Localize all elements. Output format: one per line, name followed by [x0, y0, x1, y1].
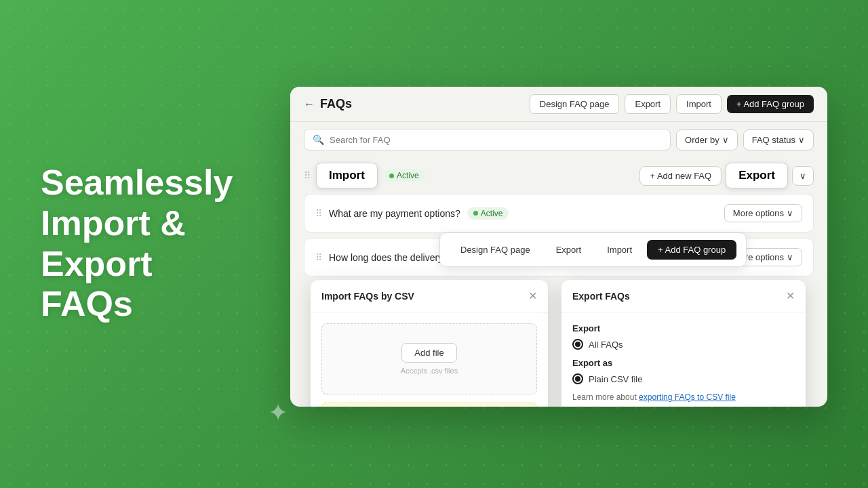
export-radio-icon	[572, 339, 583, 350]
export-as-radio-inner	[575, 376, 580, 382]
design-faq-page-button[interactable]: Design FAQ page	[530, 94, 620, 114]
export-header-button[interactable]: Export	[625, 94, 671, 114]
faq-item-left: ⠿ What are my payment options? Active	[315, 207, 509, 220]
back-button[interactable]: ←	[304, 98, 315, 110]
floating-import-button[interactable]: Import	[596, 240, 643, 260]
file-drop-area[interactable]: Add file Accepts .csv files	[321, 323, 537, 394]
export-all-faqs-option[interactable]: All FAQs	[572, 339, 795, 350]
hero-line1: Seamlessly	[41, 163, 233, 202]
exporting-faqs-link[interactable]: exporting FAQs to CSV file	[639, 392, 736, 402]
export-large-button[interactable]: Export	[726, 163, 788, 188]
export-modal-body: Export All FAQs Export as Plain CSV file…	[561, 312, 806, 407]
drag-handle-icon: ⠿	[304, 170, 311, 181]
add-file-button[interactable]: Add file	[401, 343, 456, 363]
export-all-faqs-label: All FAQs	[589, 340, 623, 350]
export-learn-text: Learn more about exporting FAQs to CSV f…	[572, 392, 795, 402]
star-decoration: ✦	[268, 399, 288, 427]
app-header: ← FAQs Design FAQ page Export Import + A…	[290, 87, 827, 122]
search-icon: 🔍	[313, 134, 324, 145]
radio-inner-icon	[575, 342, 580, 347]
app-window: ← FAQs Design FAQ page Export Import + A…	[290, 87, 827, 407]
add-faq-group-button[interactable]: + Add FAQ group	[727, 95, 814, 113]
export-modal-close-button[interactable]: ✕	[786, 289, 795, 302]
search-input-wrap: 🔍	[304, 129, 671, 150]
export-as-label-text: Plain CSV file	[589, 374, 642, 384]
group-chevron-button[interactable]: ∨	[792, 166, 814, 186]
import-modal-header: Import FAQs by CSV ✕	[311, 280, 548, 312]
header-right: Design FAQ page Export Import + Add FAQ …	[530, 94, 814, 114]
faq-question: What are my payment options?	[329, 208, 460, 219]
faq-drag-handle-icon: ⠿	[315, 208, 322, 219]
group-left: ⠿ Import Active	[304, 163, 425, 188]
floating-design-faq-button[interactable]: Design FAQ page	[450, 240, 541, 260]
import-modal: Import FAQs by CSV ✕ Add file Accepts .c…	[311, 280, 548, 407]
floating-export-button[interactable]: Export	[545, 240, 593, 260]
active-dot-icon	[389, 174, 394, 178]
faq-status-button[interactable]: FAQ status ∨	[743, 129, 814, 150]
import-modal-body: Add file Accepts .csv files ⚠ Please mak…	[311, 312, 548, 407]
faq-item-row: ⠿ What are my payment options? Active Mo…	[304, 194, 814, 232]
faq-active-dot-icon	[473, 211, 478, 216]
hero-line4: FAQs	[41, 285, 133, 324]
hero-line3: Export	[41, 244, 153, 283]
import-header-button[interactable]: Import	[676, 94, 722, 114]
import-large-button[interactable]: Import	[316, 163, 378, 188]
header-left: ← FAQs	[304, 97, 352, 111]
import-warning-box: ⚠ Please make sure that the FAQs you are…	[321, 403, 537, 407]
export-as-radio-icon	[572, 373, 583, 384]
import-modal-close-button[interactable]: ✕	[528, 289, 537, 302]
add-new-faq-button[interactable]: + Add new FAQ	[639, 166, 722, 186]
active-badge: Active	[383, 169, 425, 182]
hero-line2: Import &	[41, 203, 186, 243]
page-title: FAQs	[320, 97, 352, 111]
export-as-label: Export as	[572, 358, 795, 368]
search-area: 🔍 Order by ∨ FAQ status ∨	[290, 122, 827, 157]
add-faq-row: + Add new FAQ Export ∨	[639, 163, 814, 188]
export-section-label: Export	[572, 323, 795, 333]
faq-drag-handle-icon: ⠿	[315, 252, 322, 263]
faq-active-badge: Active	[467, 207, 509, 220]
export-modal-title: Export FAQs	[572, 291, 630, 302]
export-as-csv-option[interactable]: Plain CSV file	[572, 373, 795, 384]
hero-section: Seamlessly Import & Export FAQs	[41, 163, 233, 325]
export-modal-header: Export FAQs ✕	[561, 280, 806, 312]
floating-add-group-button[interactable]: + Add FAQ group	[647, 240, 736, 260]
export-modal: Export FAQs ✕ Export All FAQs Export as …	[561, 280, 806, 407]
accepts-text: Accepts .csv files	[333, 367, 526, 375]
floating-toolbar: Design FAQ page Export Import + Add FAQ …	[439, 232, 747, 267]
group-header-row: ⠿ Import Active + Add new FAQ Export ∨	[304, 157, 814, 194]
import-modal-title: Import FAQs by CSV	[321, 291, 414, 302]
order-by-button[interactable]: Order by ∨	[676, 129, 738, 150]
faq-more-options-button[interactable]: More options ∨	[724, 204, 802, 222]
search-input[interactable]	[330, 135, 662, 145]
